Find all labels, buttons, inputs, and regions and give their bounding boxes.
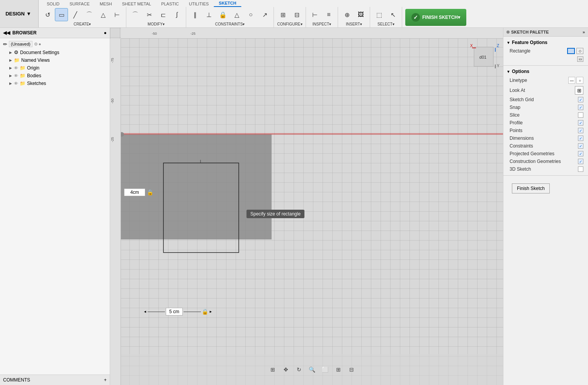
line-tool[interactable]: ╱ xyxy=(69,8,82,21)
configure-b[interactable]: ⊟ xyxy=(290,8,303,21)
sketch-palette-header: SKETCH PALETTE » xyxy=(503,28,588,37)
panel-finish-sketch-button[interactable]: Finish Sketch xyxy=(512,183,550,193)
create-label[interactable]: CREATE▾ xyxy=(74,22,91,26)
bottom-toolbar: ⊞ ✥ ↻ 🔍 ⬜ ⊞ ⊟ xyxy=(121,354,503,385)
snap-checkbox[interactable] xyxy=(578,105,583,110)
viewcube[interactable]: d01 X Y Z xyxy=(468,39,503,74)
dim-lock-h-icon: 🔒 xyxy=(202,309,208,315)
root-options-icon[interactable]: ● xyxy=(39,42,41,46)
palette-expand-icon[interactable]: » xyxy=(583,30,585,34)
tab-solid[interactable]: SOLID xyxy=(42,0,65,7)
browser-item-root[interactable]: ✏ (Unsaved) ⚙ ● xyxy=(0,40,110,48)
constraint-circle[interactable]: ○ xyxy=(244,8,257,21)
finish-sketch-button[interactable]: ✓ FINISH SKETCH▾ xyxy=(405,9,466,26)
insert-a[interactable]: ⊕ xyxy=(340,8,353,21)
slice-checkbox[interactable] xyxy=(578,112,583,118)
browser-item-sketches[interactable]: ▶ 👁 📁 Sketches xyxy=(0,80,110,87)
browser-collapse-icon[interactable]: ◀◀ xyxy=(3,30,10,36)
inspect-label[interactable]: INSPECT▾ xyxy=(313,22,331,26)
modify-label[interactable]: MODIFY▾ xyxy=(148,22,165,26)
pan-tool[interactable]: ✥ xyxy=(280,364,291,375)
linetype-row: Linetype — ○ xyxy=(503,76,588,85)
points-checkbox[interactable] xyxy=(578,128,583,133)
browser-item-doc-settings[interactable]: ▶ ⚙ Document Settings xyxy=(0,48,110,56)
sketches-arrow[interactable]: ▶ xyxy=(9,81,14,85)
inspect-b[interactable]: ≡ xyxy=(322,8,335,21)
browser-item-bodies[interactable]: ▶ 👁 📁 Bodies xyxy=(0,72,110,80)
offset-tool[interactable]: ⊏ xyxy=(156,8,170,21)
origin-eye-icon[interactable]: 👁 xyxy=(14,66,18,70)
create-section: ↺ ▭ ╱ ⌒ △ ⊢ CREATE▾ xyxy=(39,7,126,27)
browser-item-named-views[interactable]: ▶ 📁 Named Views xyxy=(0,56,110,64)
undo-tool[interactable]: ↺ xyxy=(41,8,54,21)
dimension-tool[interactable]: ⊢ xyxy=(110,8,124,21)
sketch-grid-checkbox[interactable] xyxy=(578,97,583,102)
rect-sub-icon[interactable]: ▭ xyxy=(577,56,583,62)
constraints-label[interactable]: CONSTRAINTS▾ xyxy=(215,22,245,26)
rectangle-label: Rectangle xyxy=(510,48,530,54)
tab-mesh[interactable]: MESH xyxy=(95,0,117,7)
constraint-parallel[interactable]: ∥ xyxy=(189,8,202,21)
tab-surface[interactable]: SURFACE xyxy=(65,0,95,7)
inspect-ruler[interactable]: ⊢ xyxy=(308,8,321,21)
tab-utilities[interactable]: UTILITIES xyxy=(184,0,214,7)
linetype-dashed-icon[interactable]: ○ xyxy=(576,77,583,84)
options-header[interactable]: ▼ Options xyxy=(503,68,588,76)
tab-sheetmetal[interactable]: SHEET METAL xyxy=(117,0,156,7)
constraints-checkbox[interactable] xyxy=(578,143,583,149)
zoom-tool[interactable]: 🔍 xyxy=(307,364,318,375)
named-views-arrow[interactable]: ▶ xyxy=(9,58,14,62)
trim-tool[interactable]: ✂ xyxy=(143,8,156,21)
spline-tool[interactable]: ∫ xyxy=(170,8,184,21)
tab-plastic[interactable]: PLASTIC xyxy=(156,0,184,7)
canvas-area[interactable]: -50 -25 -75 -50 -25 xyxy=(110,28,503,385)
tab-sketch[interactable]: SKETCH xyxy=(214,0,241,7)
settings-icon[interactable]: ⚙ xyxy=(34,42,38,47)
3d-sketch-checkbox[interactable] xyxy=(578,166,583,172)
rect-center-btn[interactable]: ◇ xyxy=(576,48,583,54)
look-at-button[interactable]: ⊞ xyxy=(575,86,583,95)
orbit-tool[interactable]: ↻ xyxy=(294,364,304,375)
bodies-folder-icon: 📁 xyxy=(20,73,25,78)
bodies-eye-icon[interactable]: 👁 xyxy=(14,73,18,78)
grid-display-tool[interactable]: ⊞ xyxy=(333,364,344,375)
configure-label[interactable]: CONFIGURE▾ xyxy=(277,22,302,26)
bodies-arrow[interactable]: ▶ xyxy=(9,74,14,78)
fillet-tool[interactable]: ⌒ xyxy=(129,8,142,21)
select-label[interactable]: SELECT▾ xyxy=(377,22,394,26)
arc-tool[interactable]: ⌒ xyxy=(83,8,96,21)
browser-menu-icon[interactable]: ● xyxy=(104,30,107,36)
constraint-tri[interactable]: △ xyxy=(230,8,243,21)
construction-geom-checkbox[interactable] xyxy=(578,159,583,164)
constraint-misc[interactable]: ↗ xyxy=(258,8,271,21)
grid-snap-tool[interactable]: ⊞ xyxy=(267,364,278,375)
configure-a[interactable]: ⊞ xyxy=(276,8,289,21)
sketches-eye-icon[interactable]: 👁 xyxy=(14,81,18,86)
projected-geom-checkbox[interactable] xyxy=(578,151,583,156)
rect-2point-btn[interactable] xyxy=(567,48,575,54)
feature-options-header[interactable]: ▼ Feature Options xyxy=(503,39,588,47)
origin-arrow[interactable]: ▶ xyxy=(9,66,14,70)
profile-checkbox[interactable] xyxy=(578,120,583,126)
browser-item-origin[interactable]: ▶ 👁 📁 Origin xyxy=(0,64,110,72)
height-input[interactable] xyxy=(124,188,145,196)
dimensions-label: Dimensions xyxy=(510,136,534,141)
rect-sub-row: ▭ xyxy=(503,55,588,63)
snap-tool[interactable]: ⊟ xyxy=(346,364,357,375)
triangle-tool[interactable]: △ xyxy=(97,8,110,21)
insert-label[interactable]: INSERT▾ xyxy=(346,22,362,26)
projected-geom-label: Projected Geometries xyxy=(510,151,554,156)
constraint-lock[interactable]: 🔒 xyxy=(216,8,229,21)
select-cursor[interactable]: ⬚ xyxy=(372,8,386,21)
insert-b[interactable]: 🖼 xyxy=(354,8,367,21)
linetype-solid-icon[interactable]: — xyxy=(568,77,575,84)
design-button[interactable]: DESIGN ▼ xyxy=(0,0,39,27)
dimensions-checkbox[interactable] xyxy=(578,136,583,141)
rectangle-tool[interactable]: ▭ xyxy=(55,8,68,21)
select-arrow[interactable]: ↖ xyxy=(386,8,399,21)
constraint-perp[interactable]: ⊥ xyxy=(202,8,216,21)
doc-settings-arrow[interactable]: ▶ xyxy=(9,51,14,54)
display-mode-tool[interactable]: ⬜ xyxy=(320,364,331,375)
comments-add-icon[interactable]: + xyxy=(104,377,107,383)
slice-row: Slice xyxy=(503,111,588,119)
